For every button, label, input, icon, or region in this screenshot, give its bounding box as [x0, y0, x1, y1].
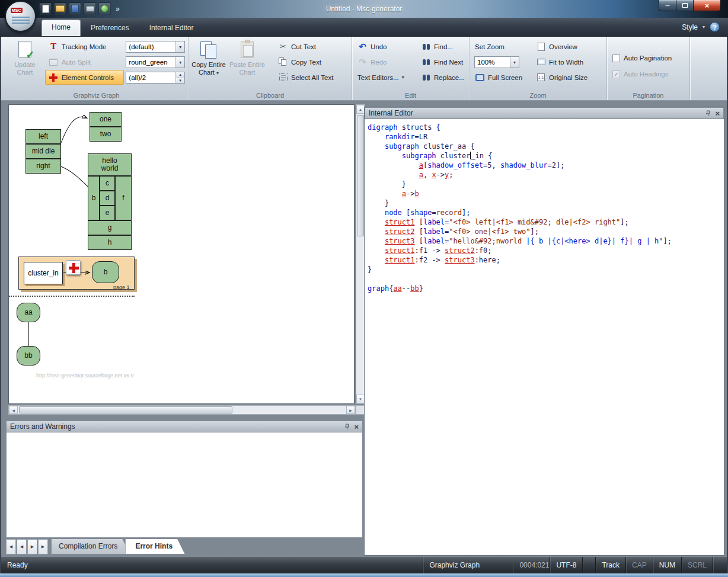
- text-editors-button[interactable]: Text Editors... ▾: [354, 70, 416, 85]
- tracking-mode-button[interactable]: T Tracking Mode: [45, 39, 124, 54]
- status-chart-mode[interactable]: Graphviz Graph: [423, 557, 513, 573]
- code-line[interactable]: struct1 [label="<f0> left|<f1> mid&#92; …: [368, 217, 724, 227]
- close-button[interactable]: ×: [694, 0, 721, 11]
- graph-node-h[interactable]: h: [88, 235, 132, 250]
- maximize-button[interactable]: [676, 0, 694, 11]
- graph-node-d[interactable]: d: [100, 191, 115, 206]
- graph-node-two[interactable]: two: [90, 127, 122, 142]
- code-line[interactable]: node [shape=record];: [368, 208, 724, 217]
- graph-node-b[interactable]: b: [92, 261, 119, 283]
- graph-node-aa[interactable]: aa: [17, 303, 40, 322]
- graph-node-g[interactable]: g: [88, 220, 132, 235]
- auto-split-button[interactable]: Auto Split: [45, 55, 124, 69]
- tab-compilation-errors[interactable]: Compilation Errors: [51, 539, 130, 554]
- code-line[interactable]: a->b: [368, 189, 724, 198]
- code-line[interactable]: rankdir=LR: [368, 132, 724, 142]
- replace-button[interactable]: Replace...: [417, 70, 467, 85]
- spinner-down-icon[interactable]: ▼: [176, 78, 184, 84]
- last-tab-icon[interactable]: ▶: [38, 539, 48, 554]
- set-zoom-button[interactable]: Set Zoom: [471, 39, 531, 54]
- code-line[interactable]: graph{aa--bb}: [368, 284, 724, 293]
- status-track[interactable]: Track: [595, 557, 625, 573]
- code-line[interactable]: subgraph cluster_in {: [368, 151, 724, 161]
- cut-text-button[interactable]: ✂ Cut Text: [274, 39, 349, 54]
- code-line[interactable]: struct1:f1 -> struct2:f0;: [368, 246, 724, 255]
- original-size-button[interactable]: 1:1 Original Size: [532, 70, 599, 85]
- overview-button[interactable]: Overview: [532, 39, 599, 54]
- tab-home[interactable]: Home: [41, 20, 81, 36]
- save-button[interactable]: [69, 2, 81, 15]
- style-menu-button[interactable]: Style: [682, 23, 698, 31]
- code-line[interactable]: [368, 274, 724, 284]
- select-all-text-button[interactable]: Select All Text: [274, 70, 349, 85]
- print-button[interactable]: [84, 2, 96, 15]
- canvas-horizontal-scrollbar[interactable]: ◀ ▶: [8, 405, 356, 415]
- element-controls-button[interactable]: Element Controls: [45, 70, 124, 85]
- undo-button[interactable]: ↶ Undo: [354, 39, 416, 54]
- tab-error-hints[interactable]: Error Hints: [125, 539, 185, 554]
- open-button[interactable]: [54, 2, 66, 15]
- find-next-button[interactable]: Find Next: [417, 55, 467, 69]
- graph-node-one[interactable]: one: [90, 112, 122, 127]
- errors-list[interactable]: [6, 432, 363, 538]
- page-selector-spinner[interactable]: (all)/2 ▲ ▼: [126, 72, 185, 84]
- auto-headings-checkbox[interactable]: ✓ Auto Headings: [609, 67, 688, 81]
- zoom-combo[interactable]: 100% ▾: [474, 56, 519, 68]
- redo-button[interactable]: ↷ Redo: [354, 55, 416, 69]
- minimize-button[interactable]: ─: [659, 0, 676, 11]
- graph-node-e[interactable]: e: [100, 206, 115, 220]
- full-screen-button[interactable]: Full Screen: [471, 70, 531, 85]
- editor-pane-header[interactable]: Internal Editor ×: [365, 107, 724, 119]
- tab-preferences[interactable]: Preferences: [81, 20, 139, 36]
- code-line[interactable]: }: [368, 265, 724, 274]
- qat-overflow-button[interactable]: »: [113, 5, 122, 13]
- cluster-inner-box[interactable]: cluster_in: [24, 262, 63, 284]
- code-line[interactable]: struct3 [label="hello&#92;nworld |{ b |{…: [368, 236, 724, 246]
- status-encoding[interactable]: UTF-8: [550, 557, 582, 573]
- chevron-down-icon[interactable]: ▾: [175, 41, 184, 52]
- spinner-up-icon[interactable]: ▲: [176, 72, 184, 78]
- scroll-left-icon[interactable]: ◀: [9, 406, 18, 414]
- editor-code[interactable]: digraph structs { rankdir=LR subgraph cl…: [365, 119, 724, 555]
- code-line[interactable]: struct1:f2 -> struct3:here;: [368, 255, 724, 265]
- copy-text-button[interactable]: Copy Text: [274, 55, 349, 69]
- chevron-down-icon[interactable]: ▾: [510, 57, 519, 68]
- element-control-add-icon[interactable]: [66, 260, 81, 275]
- paste-entire-chart-button[interactable]: Paste Entire Chart: [229, 39, 266, 89]
- graph-node-bb[interactable]: bb: [17, 346, 40, 366]
- graph-node-left[interactable]: left: [25, 129, 61, 144]
- horizontal-scroll-thumb[interactable]: [19, 406, 232, 413]
- errors-pane-header[interactable]: Errors and Warnings ×: [6, 421, 363, 432]
- chart-canvas[interactable]: cluster_in onetwoleftmid dlerighthello w…: [8, 104, 355, 404]
- pin-icon[interactable]: [344, 424, 350, 430]
- code-line[interactable]: }: [368, 179, 724, 189]
- close-pane-icon[interactable]: ×: [354, 423, 359, 431]
- chevron-down-icon[interactable]: ▾: [175, 57, 184, 68]
- new-document-button[interactable]: [39, 2, 52, 15]
- code-line[interactable]: struct2 [label="<f0> one|<f1> two"];: [368, 227, 724, 236]
- graph-node-c[interactable]: c: [100, 176, 115, 191]
- code-line[interactable]: }: [368, 198, 724, 208]
- auto-pagination-checkbox[interactable]: Auto Pagination: [609, 51, 688, 65]
- code-line[interactable]: digraph structs {: [368, 123, 724, 132]
- scroll-down-icon[interactable]: ▼: [356, 395, 365, 403]
- code-line[interactable]: subgraph cluster_aa {: [368, 142, 724, 151]
- chevron-down-icon[interactable]: ▾: [703, 24, 705, 30]
- graph-node-mid-dle[interactable]: mid dle: [25, 144, 61, 159]
- tab-internal-editor[interactable]: Internal Editor: [139, 20, 204, 36]
- scroll-up-icon[interactable]: ▲: [356, 105, 365, 114]
- design-combo[interactable]: round_green ▾: [126, 56, 185, 68]
- close-pane-icon[interactable]: ×: [715, 110, 720, 117]
- copy-entire-chart-button[interactable]: Copy Entire Chart ▾: [190, 39, 227, 89]
- chart-style-combo[interactable]: (default) ▾: [126, 41, 185, 53]
- app-logo-icon[interactable]: MSC: [5, 1, 36, 32]
- prev-tab-icon[interactable]: ◀: [17, 539, 27, 554]
- code-line[interactable]: a, x->y;: [368, 170, 724, 179]
- graph-node-right[interactable]: right: [25, 159, 61, 174]
- vertical-scroll-thumb[interactable]: [357, 115, 364, 236]
- update-chart-button[interactable]: ✓ Update Chart: [7, 39, 43, 89]
- scroll-right-icon[interactable]: ▶: [346, 406, 355, 414]
- pin-icon[interactable]: [705, 110, 711, 117]
- graph-node-b[interactable]: b: [88, 176, 100, 220]
- next-tab-icon[interactable]: ▶: [27, 539, 37, 554]
